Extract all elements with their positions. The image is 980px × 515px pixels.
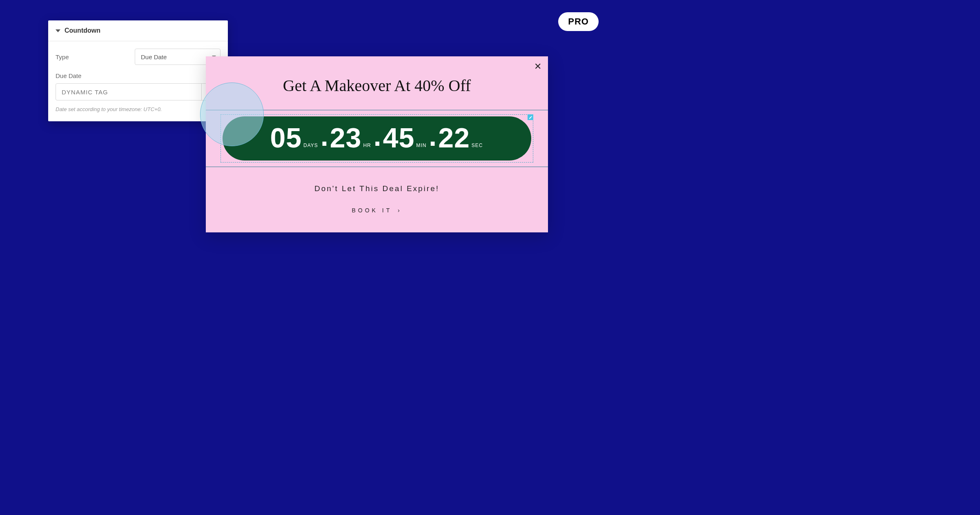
popup-title: Get A Makeover At 40% Off (206, 56, 548, 110)
pencil-icon (529, 116, 532, 119)
countdown-timer: 05 DAYS . 23 HR . 45 MIN . 22 SEC (223, 116, 531, 161)
book-it-button[interactable]: BOOK IT › (206, 207, 548, 214)
type-label: Type (56, 54, 69, 60)
panel-body: Type Due Date Due Date DYNAMIC TAG Date … (48, 41, 228, 121)
due-date-input-group: DYNAMIC TAG (56, 83, 220, 100)
type-select-value: Due Date (141, 54, 167, 60)
popup-subhead: Don't Let This Deal Expire! (206, 184, 548, 193)
timezone-hint: Date set according to your timezone: UTC… (56, 106, 220, 112)
close-button[interactable]: ✕ (534, 61, 541, 72)
minutes-value: 45 (383, 124, 415, 152)
days-value: 05 (270, 124, 302, 152)
countdown-section: 05 DAYS . 23 HR . 45 MIN . 22 SEC (206, 110, 548, 167)
due-date-input-value: DYNAMIC TAG (62, 89, 108, 96)
pro-badge: PRO (558, 12, 599, 31)
seconds-value: 22 (438, 124, 470, 152)
minutes-unit: MIN (416, 143, 426, 148)
hours-value: 23 (330, 124, 362, 152)
separator-dot: . (429, 122, 437, 150)
seconds-unit: SEC (472, 143, 483, 148)
type-row: Type Due Date (56, 49, 220, 65)
popup-preview: ✕ Get A Makeover At 40% Off 05 DAYS . 23… (206, 56, 548, 232)
due-date-label: Due Date (56, 72, 220, 79)
due-date-input[interactable]: DYNAMIC TAG (56, 84, 201, 100)
close-icon: ✕ (534, 61, 541, 71)
panel-title: Countdown (65, 27, 100, 34)
hours-unit: HR (363, 143, 371, 148)
separator-dot: . (321, 122, 328, 150)
days-unit: DAYS (303, 143, 318, 148)
edit-widget-handle[interactable] (528, 114, 533, 120)
panel-header[interactable]: Countdown (48, 20, 228, 41)
chevron-right-icon: › (398, 207, 402, 214)
countdown-settings-panel: Countdown Type Due Date Due Date DYNAMIC… (48, 20, 228, 121)
pro-badge-label: PRO (568, 16, 589, 27)
collapse-caret-icon (56, 29, 60, 32)
cta-label: BOOK IT (352, 207, 392, 214)
countdown-widget-selection[interactable]: 05 DAYS . 23 HR . 45 MIN . 22 SEC (220, 114, 533, 163)
separator-dot: . (374, 122, 381, 150)
